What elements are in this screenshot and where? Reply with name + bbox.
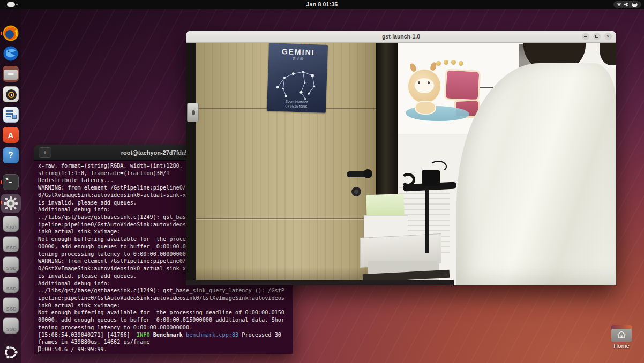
door-handle-pivot bbox=[363, 169, 372, 178]
camera-video-feed[interactable]: GEMINI 雙子座 Zoom Number 0765154396 bbox=[186, 43, 616, 285]
sticker-bead bbox=[436, 61, 441, 66]
dock-item-settings[interactable] bbox=[3, 195, 19, 211]
maximize-button[interactable] bbox=[593, 33, 601, 40]
ssd-label: SSD bbox=[6, 245, 17, 251]
terminal-line: ../libs/gst/base/gstbasesink.c(1249): gs… bbox=[38, 287, 289, 294]
progress-text: :00:54.6 / 99:99:99. bbox=[41, 346, 107, 352]
sticker-dragon-face bbox=[415, 78, 434, 93]
terminal-line: ipeline:pipeline0/GstAutoVideoSink:autov… bbox=[38, 294, 289, 302]
scene-camera-pole bbox=[425, 187, 429, 253]
sticker-eye bbox=[418, 81, 420, 84]
dock-item-ssd-5[interactable]: SSD bbox=[3, 297, 19, 313]
ssd-label: SSD bbox=[6, 306, 17, 312]
doc-line bbox=[6, 116, 11, 117]
dock-item-rhythmbox[interactable] bbox=[3, 86, 19, 102]
terminal-line: 00000, add enough queues to buffer 0:00:… bbox=[38, 316, 289, 324]
dock-divider bbox=[4, 338, 17, 338]
thunderbird-icon bbox=[3, 46, 19, 62]
ssd-label: SSD bbox=[6, 266, 17, 271]
log-location: benchmark.cpp:83 bbox=[186, 332, 238, 338]
sticker-dragon-body bbox=[415, 101, 436, 115]
ssd-label: SSD bbox=[6, 225, 17, 230]
door-lock-knob bbox=[351, 187, 361, 196]
home-label: Home bbox=[609, 343, 634, 349]
constellation-graphic bbox=[270, 61, 325, 101]
ubuntu-logo-icon bbox=[3, 344, 19, 360]
log-timestamp: [15:08:54.039040271] [41766] bbox=[38, 332, 137, 338]
log-component: Benchmark bbox=[150, 332, 186, 338]
doc-image bbox=[12, 115, 17, 119]
sticker-bead bbox=[444, 60, 448, 65]
terminal-progress-line: 0:00:54.6 / 99:99:99. bbox=[38, 346, 289, 353]
sticker-text-block bbox=[444, 69, 481, 101]
folder-dash bbox=[8, 73, 14, 75]
dock-item-show-apps[interactable] bbox=[3, 344, 19, 360]
gemini-poster: GEMINI 雙子座 Zoom Number 0765154396 bbox=[267, 43, 328, 113]
minimize-icon bbox=[584, 36, 587, 37]
close-button[interactable]: × bbox=[604, 33, 612, 40]
new-tab-plus-glyph: + bbox=[43, 150, 47, 156]
keyhole bbox=[192, 110, 195, 115]
sticker-bead bbox=[459, 61, 463, 66]
firefox-icon bbox=[3, 25, 19, 41]
terminal-running-indicator bbox=[1, 180, 2, 184]
dock-item-ssd-2[interactable]: SSD bbox=[3, 236, 19, 252]
doc-line bbox=[6, 110, 13, 112]
door-seam bbox=[196, 218, 376, 219]
gear-icon bbox=[3, 195, 19, 211]
dock-item-ssd-6[interactable]: SSD bbox=[3, 317, 19, 334]
home-desktop-icon[interactable]: Home bbox=[609, 325, 634, 356]
dock-item-thunderbird[interactable] bbox=[3, 46, 19, 62]
speaker-dot bbox=[11, 94, 12, 96]
terminal-prompt-glyph: >_ bbox=[5, 176, 12, 182]
house-icon bbox=[617, 331, 626, 338]
scene-camera-cable bbox=[430, 161, 447, 172]
dock-item-firefox[interactable] bbox=[3, 25, 19, 41]
door-lock-plate bbox=[187, 103, 199, 122]
terminal-line: ink0-actual-sink-xvimage: bbox=[38, 302, 289, 309]
poster-footer-number: 0765154396 bbox=[267, 103, 326, 109]
software-bag-glyph: A bbox=[8, 131, 14, 140]
dock-item-ssd-3[interactable]: SSD bbox=[3, 256, 19, 273]
close-icon: × bbox=[606, 34, 609, 39]
sticker-eye bbox=[428, 81, 430, 84]
ssd-label: SSD bbox=[6, 327, 17, 332]
dock-divider bbox=[4, 170, 17, 170]
terminal-log-line: [15:08:54.039040271] [41766] INFO Benchm… bbox=[38, 331, 289, 339]
video-window-title: gst-launch-1.0 bbox=[186, 31, 616, 43]
dock-item-libreoffice[interactable] bbox=[3, 107, 19, 123]
scene-camera-body bbox=[422, 170, 440, 186]
video-titlebar[interactable]: gst-launch-1.0 × bbox=[186, 31, 616, 43]
ssd-label: SSD bbox=[6, 286, 17, 291]
dock-item-files[interactable] bbox=[3, 66, 19, 82]
dock-item-ssd-1[interactable]: SSD bbox=[3, 216, 19, 232]
firefox-running-indicator bbox=[1, 32, 2, 35]
log-message: Processed 30 bbox=[238, 332, 281, 338]
scene-bottom-shadow bbox=[186, 280, 454, 285]
maximize-icon bbox=[595, 35, 598, 38]
dock: A ? >_ SSD SSD SSD SSD SSD SSD bbox=[0, 9, 21, 363]
sticker-bead bbox=[451, 60, 456, 65]
home-folder-icon bbox=[611, 325, 632, 342]
clock[interactable]: Jan 8 01:35 bbox=[0, 0, 644, 9]
scene-left-dark-strip bbox=[186, 43, 196, 285]
terminal-line: frames in 439880us, 14662 us/frame bbox=[38, 338, 289, 346]
dock-item-ssd-4[interactable]: SSD bbox=[3, 277, 19, 293]
new-tab-button[interactable]: + bbox=[39, 147, 51, 158]
terminal-line: Not enough buffering available for the p… bbox=[38, 309, 289, 316]
help-question-glyph: ? bbox=[8, 150, 13, 160]
scene-person-hair bbox=[600, 43, 616, 65]
dock-item-help[interactable]: ? bbox=[3, 147, 19, 163]
terminal-line: tening processing latency to 0:00:00.000… bbox=[38, 324, 289, 331]
minimize-button[interactable] bbox=[582, 33, 589, 40]
scene-white-box bbox=[364, 215, 408, 238]
system-tray[interactable] bbox=[613, 1, 641, 8]
log-level: INFO bbox=[137, 332, 150, 338]
network-icon bbox=[617, 3, 621, 7]
dock-item-software[interactable]: A bbox=[3, 127, 19, 143]
volume-icon bbox=[624, 2, 630, 7]
battery-icon bbox=[632, 3, 638, 7]
dock-item-terminal[interactable]: >_ bbox=[3, 174, 19, 190]
gst-launch-window: gst-launch-1.0 × GEMINI 雙子座 bbox=[186, 31, 616, 285]
top-bar: Jan 8 01:35 bbox=[0, 0, 644, 9]
